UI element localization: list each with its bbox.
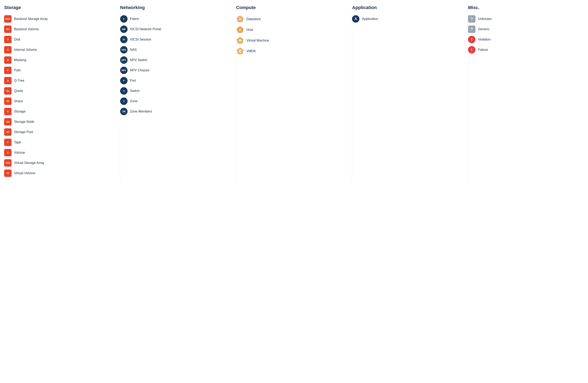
badge-square-icon: VSA <box>4 159 12 167</box>
item-label: Disk <box>14 38 20 41</box>
badge-square-icon: P <box>4 67 12 74</box>
column-misc: Misc.?Unknown?Generic!Violation!Failure <box>468 5 584 181</box>
item-label: NAS <box>130 48 137 52</box>
column-title-networking: Networking <box>120 5 232 11</box>
list-item: VMVirtual Machine <box>236 37 348 44</box>
list-item: BVBackend Volume <box>4 25 116 33</box>
badge-circle-icon: INP <box>120 25 127 33</box>
svg-text:DS: DS <box>239 18 241 20</box>
list-item: INPISCSI Network Portal <box>120 25 232 33</box>
badge-pentagon-icon: VM <box>236 37 244 44</box>
item-label: Port <box>130 79 136 82</box>
list-item: VSAVirtual Storage Array <box>4 159 116 167</box>
item-label: NPV Switch <box>130 58 147 62</box>
badge-square-icon: S <box>4 108 12 115</box>
item-label: Fabric <box>130 17 139 21</box>
item-label: Virtual Storage Array <box>14 161 44 165</box>
list-item: ?Unknown <box>468 15 580 23</box>
item-label: Failure <box>478 48 488 52</box>
column-networking: NetworkingFFabricINPISCSI Network Portal… <box>120 5 236 181</box>
item-label: Tape <box>14 141 21 144</box>
badge-square-icon: BSA <box>4 15 12 23</box>
svg-text:DK: DK <box>239 51 241 53</box>
badge-circle-icon: NPV <box>120 56 127 64</box>
badge-circle-icon: F <box>120 15 127 23</box>
list-item: NPVNPV Chassis <box>120 67 232 74</box>
item-label: Q-Tree <box>14 79 24 82</box>
item-label: Backend Storage Array <box>14 17 48 21</box>
item-label: Application <box>362 17 378 21</box>
item-label: Storage <box>14 110 25 113</box>
badge-square-icon: D <box>4 36 12 43</box>
column-application: ApplicationAApplication <box>352 5 468 181</box>
item-label: Datastore <box>247 17 261 21</box>
list-item: DDisk <box>4 36 116 43</box>
item-label: Violation <box>478 38 490 41</box>
list-item: SStorage <box>4 108 116 115</box>
list-item: ISISCSI Session <box>120 36 232 43</box>
column-title-application: Application <box>352 5 464 11</box>
badge-square-icon: VV <box>4 169 12 177</box>
column-compute: ComputeDSDatastoreHHostVMVirtual Machine… <box>236 5 352 181</box>
item-list-compute: DSDatastoreHHostVMVirtual MachineVMDKVMD… <box>236 15 348 55</box>
list-item: SPStorage Pool <box>4 128 116 136</box>
item-label: Virtual Machine <box>247 39 269 42</box>
badge-circle-icon: S <box>120 87 127 95</box>
item-label: Volume <box>14 151 25 155</box>
badge-pentagon-icon: VMDK <box>236 47 244 55</box>
badge-square-icon: Q <box>4 77 12 84</box>
list-item: SNStorage Node <box>4 118 116 125</box>
badge-square-icon: T <box>4 139 12 146</box>
badge-square-icon: SN <box>4 118 12 125</box>
badge-square-icon: Qu <box>4 87 12 95</box>
list-item: PPort <box>120 77 232 84</box>
list-item: !Violation <box>468 36 580 43</box>
item-list-misc: ?Unknown?Generic!Violation!Failure <box>468 15 580 54</box>
item-label: Share <box>14 99 23 103</box>
list-item: ?Generic <box>468 25 580 33</box>
column-title-storage: Storage <box>4 5 116 11</box>
list-item: VVolume <box>4 149 116 156</box>
badge-gray-square-icon: ? <box>468 15 475 23</box>
badge-pentagon-icon: H <box>236 26 244 34</box>
badge-gray-square-icon: ? <box>468 25 475 33</box>
badge-pentagon-icon: DS <box>236 15 244 23</box>
svg-text:H: H <box>239 29 241 31</box>
list-item: MMasking <box>4 56 116 64</box>
list-item: VMDKVMDK <box>236 47 348 55</box>
list-item: DSDatastore <box>236 15 348 23</box>
column-title-misc: Misc. <box>468 5 580 11</box>
item-label: Host <box>247 28 253 32</box>
item-label: VMDK <box>247 49 256 53</box>
list-item: !Failure <box>468 46 580 54</box>
badge-square-icon: V <box>4 149 12 156</box>
badge-circle-icon: P <box>120 77 127 84</box>
main-columns: StorageBSABackend Storage ArrayBVBackend… <box>4 5 584 181</box>
item-label: Masking <box>14 58 26 62</box>
list-item: ZMZone Members <box>120 108 232 115</box>
item-label: Generic <box>478 27 489 31</box>
list-item: FFabric <box>120 15 232 23</box>
item-label: Unknown <box>478 17 492 21</box>
badge-alert-icon: ! <box>468 36 475 43</box>
badge-circle-icon: IS <box>120 36 127 43</box>
item-label: Quota <box>14 89 23 93</box>
badge-square-icon: Sh <box>4 98 12 105</box>
list-item: NPVNPV Switch <box>120 56 232 64</box>
list-item: BSABackend Storage Array <box>4 15 116 23</box>
list-item: AApplication <box>352 15 464 23</box>
badge-square-icon: IV <box>4 46 12 54</box>
item-label: Zone <box>130 99 137 103</box>
svg-text:VM: VM <box>238 39 242 42</box>
badge-circle-icon: NPV <box>120 67 127 74</box>
item-label: NPV Chassis <box>130 68 149 72</box>
badge-square-icon: BV <box>4 25 12 33</box>
item-label: ISCSI Session <box>130 38 151 41</box>
item-label: Internal Volume <box>14 48 37 52</box>
badge-circle-icon: NAS <box>120 46 127 54</box>
list-item: ZZone <box>120 98 232 105</box>
badge-circle-icon: ZM <box>120 108 127 115</box>
list-item: PPath <box>4 67 116 74</box>
item-label: Path <box>14 68 21 72</box>
column-storage: StorageBSABackend Storage ArrayBVBackend… <box>4 5 120 181</box>
